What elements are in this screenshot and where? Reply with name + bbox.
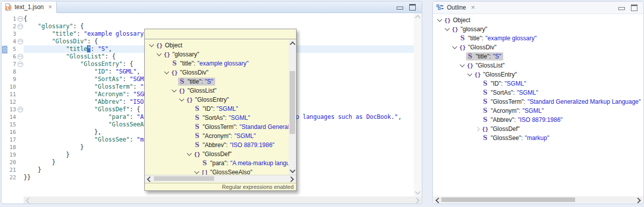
tree-item[interactable]: S"SortAs":"SGML" bbox=[145, 113, 289, 122]
tree-item[interactable]: S"title":"S" bbox=[433, 52, 643, 61]
tree-item[interactable]: S"title":"S" bbox=[145, 77, 289, 86]
tree-item[interactable]: {}"GlossDiv" bbox=[145, 68, 289, 77]
tree-item-content: S"GlossTerm":"Standard Generalized Marku… bbox=[481, 98, 643, 106]
tree-item[interactable]: {}"GlossDef" bbox=[145, 150, 289, 159]
gutter-row[interactable]: 10 bbox=[8, 83, 24, 91]
gutter-row[interactable]: 3 bbox=[8, 30, 24, 38]
tree-item[interactable]: {}Object bbox=[433, 16, 643, 25]
code-token bbox=[24, 98, 95, 105]
tree-item[interactable]: S"para":"A meta-markup language, used to… bbox=[145, 159, 289, 168]
chevron-down-icon[interactable] bbox=[451, 46, 458, 48]
quick-outline-filter-input[interactable] bbox=[145, 29, 296, 39]
scrollbar-thumb[interactable] bbox=[290, 71, 295, 134]
tree-item[interactable]: {}"GlossDef" bbox=[433, 124, 643, 133]
tree-item-label: "Abbrev": bbox=[203, 142, 228, 149]
tree-item-label: "GlossEntry" bbox=[483, 71, 517, 78]
chevron-down-icon[interactable] bbox=[466, 74, 474, 76]
gutter-row[interactable]: 11 bbox=[8, 91, 24, 98]
collapse-fold-icon[interactable] bbox=[18, 24, 23, 29]
tree-item[interactable]: {}"GlossDiv" bbox=[433, 43, 643, 52]
minimize-button[interactable] bbox=[397, 5, 403, 10]
gutter-row[interactable]: 17 bbox=[8, 136, 24, 144]
gutter-row[interactable]: 5 bbox=[8, 45, 24, 53]
tree-item[interactable]: {}"GlossList" bbox=[145, 86, 289, 95]
gutter-row[interactable]: 20 bbox=[8, 159, 24, 166]
gutter-row[interactable]: 16 bbox=[8, 128, 24, 136]
gutter-row[interactable]: 6 bbox=[8, 53, 24, 60]
collapse-fold-icon[interactable] bbox=[18, 107, 23, 112]
outline-horizontal-scrollbar[interactable] bbox=[433, 196, 643, 203]
chevron-right-icon[interactable] bbox=[474, 127, 481, 131]
code-token: "Acronym" bbox=[95, 91, 126, 98]
scroll-right-icon bbox=[635, 197, 640, 203]
tree-item[interactable]: S"GlossTerm":"Standard Generalized Marku… bbox=[433, 97, 643, 106]
tree-item[interactable]: S"ID":"SGML" bbox=[433, 79, 643, 88]
gutter-row[interactable]: 8 bbox=[8, 68, 24, 76]
code-token: : bbox=[126, 91, 133, 98]
gutter-row[interactable]: 18 bbox=[8, 144, 24, 151]
gutter-row[interactable]: 9 bbox=[8, 76, 24, 83]
chevron-down-icon[interactable] bbox=[193, 171, 201, 173]
chevron-down-icon[interactable] bbox=[163, 72, 170, 74]
collapse-fold-icon[interactable] bbox=[18, 61, 23, 67]
tree-item[interactable]: S"GlossSee":"markup" bbox=[433, 133, 643, 143]
chevron-down-icon[interactable] bbox=[148, 44, 155, 46]
chevron-down-icon[interactable] bbox=[155, 53, 163, 55]
code-token: : bbox=[123, 98, 130, 105]
editor-tab[interactable]: {0 text_1.json × bbox=[2, 2, 57, 13]
outline-minimize-button[interactable] bbox=[618, 6, 625, 10]
tree-item[interactable]: {}"glossary" bbox=[145, 50, 289, 59]
tree-item[interactable]: {}"glossary" bbox=[433, 25, 643, 34]
chevron-down-icon[interactable] bbox=[443, 28, 451, 30]
tree-item-value: "SGML" bbox=[229, 114, 250, 121]
tree-item[interactable]: {}"GlossEntry" bbox=[433, 70, 643, 79]
collapse-fold-icon[interactable] bbox=[18, 16, 23, 22]
tree-item[interactable]: {}"GlossList" bbox=[433, 61, 643, 70]
collapse-fold-icon[interactable] bbox=[18, 54, 23, 59]
tree-item[interactable]: {}Object bbox=[145, 41, 289, 50]
chevron-down-icon[interactable] bbox=[458, 64, 466, 66]
gutter-row[interactable]: 2 bbox=[8, 23, 24, 30]
gutter-row[interactable]: 7 bbox=[8, 60, 24, 68]
tree-item[interactable]: S"ID":"SGML" bbox=[145, 104, 289, 113]
gutter-row[interactable]: 1 bbox=[8, 15, 24, 23]
tree-item[interactable]: S"Abbrev":"ISO 8879:1986" bbox=[145, 141, 289, 150]
tree-item[interactable]: S"title":"example glossary" bbox=[145, 59, 289, 68]
line-number: 13 bbox=[8, 106, 17, 113]
outline-maximize-button[interactable] bbox=[631, 5, 637, 11]
editor-horizontal-scrollbar[interactable] bbox=[24, 196, 422, 203]
code-line[interactable]: { bbox=[24, 15, 414, 23]
gutter-row[interactable]: 12 bbox=[8, 98, 24, 106]
tree-item[interactable]: {}"GlossEntry" bbox=[145, 95, 289, 104]
tree-item[interactable]: S"Acronym":"SGML" bbox=[433, 106, 643, 115]
gutter-row[interactable]: 15 bbox=[8, 121, 24, 128]
collapse-fold-icon[interactable] bbox=[18, 39, 23, 44]
gutter-row[interactable]: 21 bbox=[8, 166, 24, 174]
chevron-down-icon[interactable] bbox=[170, 90, 178, 92]
tree-item[interactable]: S"GlossTerm":"Standard Generalized Marku… bbox=[145, 122, 289, 131]
popup-vertical-scrollbar[interactable] bbox=[289, 40, 296, 175]
tree-item[interactable]: S"title":"example glossary" bbox=[433, 34, 643, 43]
gutter-row[interactable]: 4 bbox=[8, 38, 24, 45]
maximize-button[interactable] bbox=[409, 4, 416, 11]
chevron-down-icon[interactable] bbox=[436, 19, 443, 21]
scrollbar-thumb[interactable] bbox=[441, 197, 575, 202]
popup-horizontal-scrollbar[interactable] bbox=[145, 175, 296, 182]
tree-item[interactable]: S"Acronym":"SGML" bbox=[145, 131, 289, 141]
string-type-icon: S bbox=[193, 105, 201, 112]
tree-item[interactable]: S"Abbrev":"ISO 8879:1986" bbox=[433, 115, 643, 124]
chevron-down-icon[interactable] bbox=[178, 99, 186, 101]
chevron-down-icon[interactable] bbox=[186, 153, 193, 155]
editor-vertical-scrollbar[interactable] bbox=[414, 13, 422, 196]
scrollbar-thumb[interactable] bbox=[154, 176, 214, 181]
tab-close-icon[interactable]: × bbox=[48, 5, 52, 10]
line-number-gutter[interactable]: 12345678910111213141516171819202122 bbox=[8, 13, 24, 196]
annotation-ruler[interactable] bbox=[2, 13, 8, 196]
gutter-row[interactable]: 22 bbox=[8, 174, 24, 181]
gutter-row[interactable]: 14 bbox=[8, 113, 24, 121]
gutter-row[interactable]: 13 bbox=[8, 106, 24, 113]
outline-close-icon[interactable]: × bbox=[471, 5, 475, 10]
gutter-row[interactable]: 19 bbox=[8, 151, 24, 159]
tree-item-label: Object bbox=[165, 42, 182, 49]
tree-item[interactable]: S"SortAs":"SGML" bbox=[433, 88, 643, 97]
